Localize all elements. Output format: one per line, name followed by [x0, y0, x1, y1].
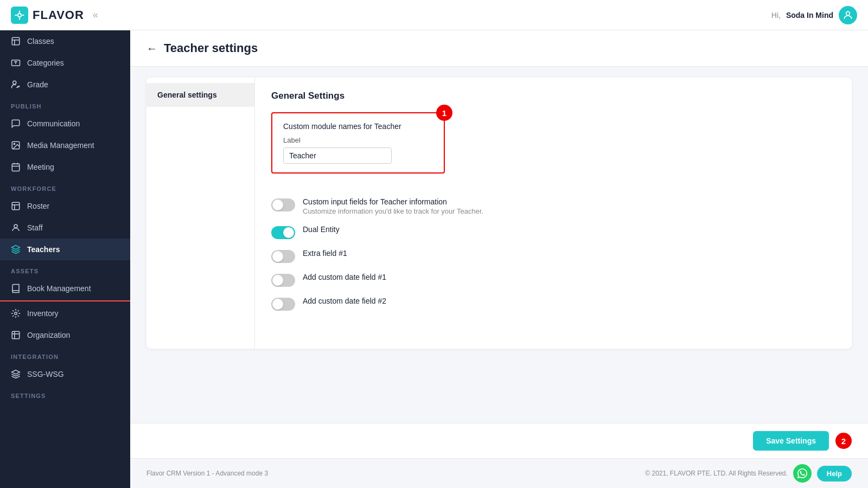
organization-icon — [11, 330, 21, 340]
staff-label: Staff — [27, 223, 43, 232]
svg-point-0 — [18, 13, 22, 17]
svg-rect-8 — [12, 202, 20, 210]
grade-icon — [11, 80, 21, 89]
ssg-wsg-label: SSG-WSG — [27, 370, 64, 378]
footer-right: © 2021, FLAVOR PTE. LTD. All Rights Rese… — [645, 464, 852, 483]
logo-text: FLAVOR — [33, 8, 84, 22]
svg-marker-12 — [12, 370, 20, 375]
back-button[interactable]: ← — [146, 42, 157, 55]
layers-icon — [11, 369, 21, 379]
avatar[interactable] — [839, 6, 857, 24]
svg-rect-2 — [12, 37, 20, 45]
section-integration-label: INTEGRATION — [0, 346, 130, 363]
categories-label: Categories — [27, 59, 64, 67]
sidebar-item-staff[interactable]: Staff — [0, 217, 130, 239]
svg-point-6 — [14, 143, 15, 144]
module-input[interactable] — [283, 147, 392, 164]
sidebar-item-ssg-wsg[interactable]: SSG-WSG — [0, 363, 130, 385]
content-area: ← Teacher settings General settings Gene… — [130, 30, 868, 488]
logo-icon — [11, 7, 28, 24]
svg-point-1 — [846, 11, 850, 15]
settings-nav-general[interactable]: General settings — [146, 83, 254, 107]
sidebar-item-grade[interactable]: Grade — [0, 74, 130, 95]
help-button[interactable]: Help — [817, 466, 852, 481]
settings-main: General Settings 1 Custom module names f… — [255, 78, 852, 349]
roster-label: Roster — [27, 202, 49, 210]
section-publish-label: PUBLISH — [0, 95, 130, 113]
communication-label: Communication — [27, 119, 80, 128]
toggle-row-extra-field-1: Extra field #1 — [271, 249, 835, 263]
main-layout: Classes Categories Grade PUBLISH Communi… — [0, 30, 868, 488]
media-icon — [11, 140, 21, 150]
inventory-label: Inventory — [27, 309, 59, 318]
svg-point-4 — [13, 81, 16, 84]
teachers-label: Teachers — [27, 245, 60, 254]
teacher-icon — [11, 245, 21, 254]
svg-point-10 — [15, 312, 17, 315]
module-label: Label — [283, 136, 433, 144]
toggle-custom-input-fields[interactable] — [271, 198, 295, 211]
sidebar-item-categories[interactable]: Categories — [0, 52, 130, 74]
media-management-label: Media Management — [27, 141, 94, 150]
organization-label: Organization — [27, 331, 70, 339]
chat-icon — [11, 119, 21, 129]
greeting-text: Hi, — [771, 11, 781, 20]
module-box-title: Custom module names for Teacher — [283, 122, 433, 131]
book-icon — [11, 36, 21, 46]
tag-icon — [11, 58, 21, 68]
sidebar: Classes Categories Grade PUBLISH Communi… — [0, 30, 130, 488]
sidebar-item-roster[interactable]: Roster — [0, 195, 130, 217]
inventory-icon — [11, 309, 21, 318]
classes-label: Classes — [27, 37, 54, 46]
toggle-label-dual-entity: Dual Entity — [303, 225, 340, 234]
toggle-extra-field-1[interactable] — [271, 250, 295, 263]
sidebar-item-teachers[interactable]: Teachers — [0, 239, 130, 260]
toggle-row-add-custom-date-2: Add custom date field #2 — [271, 297, 835, 311]
sidebar-item-organization[interactable]: Organization — [0, 324, 130, 346]
toggle-sub-custom-input-fields: Customize information you'd like to trac… — [303, 207, 483, 215]
grade-label: Grade — [27, 80, 48, 89]
toggle-add-custom-date-1[interactable] — [271, 274, 295, 287]
collapse-icon[interactable]: « — [93, 9, 98, 21]
sidebar-item-meeting[interactable]: Meeting — [0, 156, 130, 178]
version-text: Flavor CRM Version 1 - Advanced mode 3 — [146, 470, 268, 477]
staff-icon — [11, 223, 21, 233]
top-header: FLAVOR « Hi, Soda In Mind — [0, 0, 868, 30]
user-name: Soda In Mind — [786, 11, 833, 20]
roster-icon — [11, 201, 21, 211]
toggle-dual-entity[interactable] — [271, 226, 295, 239]
sidebar-item-classes[interactable]: Classes — [0, 30, 130, 52]
sidebar-item-media-management[interactable]: Media Management — [0, 134, 130, 156]
toggle-label-extra-field-1: Extra field #1 — [303, 249, 347, 258]
meeting-icon — [11, 162, 21, 172]
section-assets-label: ASSETS — [0, 260, 130, 278]
copyright-text: © 2021, FLAVOR PTE. LTD. All Rights Rese… — [645, 470, 788, 477]
sidebar-item-book-management[interactable]: Book Management — [0, 278, 130, 299]
toggle-row-add-custom-date-1: Add custom date field #1 — [271, 273, 835, 287]
toggle-label-custom-input-fields: Custom input fields for Teacher informat… — [303, 197, 483, 206]
toggle-rows-container: Custom input fields for Teacher informat… — [271, 197, 835, 311]
sidebar-item-inventory[interactable]: Inventory — [0, 303, 130, 324]
logo-area: FLAVOR « — [11, 7, 98, 24]
svg-rect-11 — [12, 331, 20, 339]
save-settings-button[interactable]: Save Settings — [753, 431, 829, 451]
toggle-row-dual-entity: Dual Entity — [271, 225, 835, 239]
page-title: Teacher settings — [164, 41, 258, 55]
toggle-add-custom-date-2[interactable] — [271, 298, 295, 311]
svg-rect-7 — [12, 164, 20, 171]
custom-module-box: 1 Custom module names for Teacher Label — [271, 112, 445, 174]
toggle-label-add-custom-date-1: Add custom date field #1 — [303, 273, 386, 281]
bottom-action-bar: Save Settings 2 — [130, 423, 868, 458]
meeting-label: Meeting — [27, 163, 54, 171]
general-settings-title: General Settings — [271, 91, 835, 101]
page-header: ← Teacher settings — [130, 30, 868, 67]
book-management-icon — [11, 284, 21, 293]
toggle-row-custom-input-fields: Custom input fields for Teacher informat… — [271, 197, 835, 215]
toggle-label-add-custom-date-2: Add custom date field #2 — [303, 297, 386, 305]
header-right: Hi, Soda In Mind — [771, 6, 857, 24]
content-body: General settings General Settings 1 Cust… — [130, 67, 868, 423]
whatsapp-button[interactable] — [793, 464, 812, 483]
section-workforce-label: WORKFORCE — [0, 178, 130, 195]
sidebar-item-communication[interactable]: Communication — [0, 113, 130, 134]
badge-1: 1 — [436, 105, 452, 121]
